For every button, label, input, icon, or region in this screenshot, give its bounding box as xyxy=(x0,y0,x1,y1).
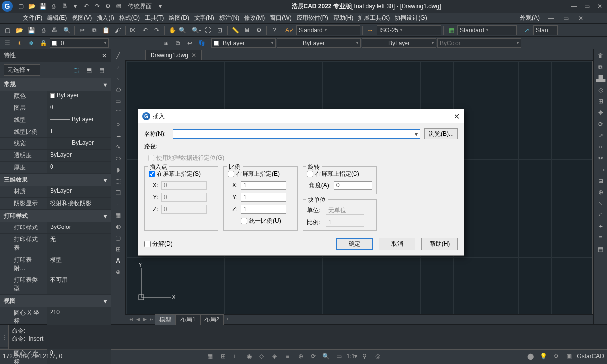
ins-y-input xyxy=(161,193,207,202)
insert-dialog: G 插入 ✕ 名称(N): 浏览(B)... 路径: 使用地理数据进行定位(G)… xyxy=(138,109,464,256)
browse-button[interactable]: 浏览(B)... xyxy=(424,128,458,139)
geo-label: 使用地理数据进行定位(G) xyxy=(156,154,224,162)
name-label: 名称(N): xyxy=(144,130,169,138)
angle-input[interactable] xyxy=(334,181,372,190)
specify-s-check[interactable] xyxy=(149,171,155,177)
specify-c-check[interactable] xyxy=(307,171,313,177)
dialog-title: 插入 xyxy=(153,112,165,121)
name-combo[interactable] xyxy=(173,129,420,139)
help-button[interactable]: 帮助(H) xyxy=(421,238,458,250)
ratio-display xyxy=(326,218,364,227)
ok-button[interactable]: 确定 xyxy=(336,238,373,250)
path-label: 路径: xyxy=(144,142,169,151)
explode-check[interactable] xyxy=(144,241,151,247)
cancel-button[interactable]: 取消 xyxy=(379,238,415,250)
ins-z-input xyxy=(161,205,207,214)
ins-x-input xyxy=(161,181,207,190)
scl-z-input[interactable] xyxy=(241,205,286,214)
dialog-logo: G xyxy=(142,112,150,120)
scl-x-input[interactable] xyxy=(241,181,286,190)
uniform-check[interactable] xyxy=(241,218,247,224)
scl-y-input[interactable] xyxy=(241,193,286,202)
geo-checkbox xyxy=(148,155,154,161)
specify-e-check[interactable] xyxy=(228,171,234,177)
dialog-close-icon[interactable]: ✕ xyxy=(454,112,460,121)
unit-display xyxy=(326,206,364,215)
